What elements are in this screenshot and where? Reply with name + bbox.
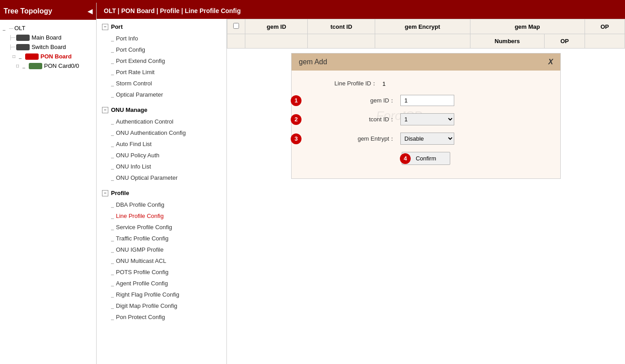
tree-icon-main-board (16, 35, 30, 41)
nav-item-pon-protect-config[interactable]: ⎯ Pon Protect Config (97, 311, 226, 323)
nav-section-onu-manage: – ONU Manage ⎯ Authentication Control ⎯ … (97, 102, 226, 185)
nav-bullet-pots-profile-config: ⎯ (111, 270, 114, 275)
nav-item-storm-control[interactable]: ⎯ Storm Control (97, 78, 226, 89)
table-header-gem-id: gem ID (245, 19, 308, 34)
nav-item-label-dba-profile-config: DBA Profile Config (116, 201, 164, 208)
nav-item-line-profile-config[interactable]: ⎯ Line Profile Config (97, 210, 226, 222)
nav-bullet-onu-auth-config: ⎯ (111, 130, 114, 136)
nav-section-header-port[interactable]: – Port (97, 21, 226, 33)
select-all-checkbox[interactable] (233, 23, 239, 29)
nav-item-label-traffic-profile-config: Traffic Profile Config (116, 235, 168, 242)
nav-item-auth-control[interactable]: ⎯ Authentication Control (97, 116, 226, 127)
nav-bullet-storm-control: ⎯ (111, 81, 114, 86)
table-header-tcont-id: tcont ID (308, 19, 375, 34)
nav-item-dba-profile-config[interactable]: ⎯ DBA Profile Config (97, 199, 226, 210)
breadcrumb: OLT | PON Board | Profile | Line Profile… (97, 3, 625, 19)
form-row-gem-encrypt: 3 gem Entrypt： Disable Enable (305, 133, 547, 145)
nav-item-label-storm-control: Storm Control (116, 80, 152, 87)
nav-item-auto-find-list[interactable]: ⎯ Auto Find List (97, 138, 226, 150)
tree-icon-pon-card (29, 63, 42, 69)
tree-line-olt: — (9, 26, 13, 31)
form-row-tcont-id: 2 tcont ID： 1 (305, 113, 547, 125)
tree-label-olt: OLT (14, 25, 25, 31)
nav-bullet-traffic-profile-config: ⎯ (111, 236, 114, 241)
gem-encrypt-select[interactable]: Disable Enable (400, 133, 454, 145)
nav-section-header-profile[interactable]: – Profile (97, 187, 226, 199)
nav-item-digit-map-profile-config[interactable]: ⎯ Digit Map Profile Config (97, 300, 226, 311)
table-header-op: OP (585, 19, 625, 34)
checkbox-icon-pon-board: □ (13, 54, 18, 59)
form-row-gem-id: 1 gem ID： (305, 95, 547, 106)
expand-icon-pon-card: ⎯ (22, 63, 28, 68)
nav-item-label-line-profile-config: Line Profile Config (116, 213, 164, 219)
sidebar-collapse-btn[interactable]: ◀ (88, 8, 93, 15)
nav-item-port-rate-limit[interactable]: ⎯ Port Rate Limit (97, 67, 226, 78)
data-table: gem ID tcont ID gem Encrypt gem Map OP N… (227, 19, 625, 49)
step-badge-4: 4 (400, 153, 411, 164)
nav-item-agent-profile-config[interactable]: ⎯ Agent Profile Config (97, 278, 226, 289)
nav-item-label-port-config: Port Config (116, 46, 145, 53)
line-profile-id-label: Line Profile ID： (305, 80, 377, 88)
tree-line-switch-board: ├─ (9, 44, 15, 49)
expand-box-port: – (102, 24, 108, 30)
tree-container: ⎯ — OLT ├─ Main Board ├─ Switch Board □ … (0, 20, 96, 74)
nav-bullet-dba-profile-config: ⎯ (111, 202, 114, 208)
nav-item-onu-info-list[interactable]: ⎯ ONU Info List (97, 161, 226, 172)
tree-label-switch-board: Switch Board (31, 44, 66, 50)
tree-label-pon-card: PON Card0/0 (44, 62, 79, 69)
nav-item-pots-profile-config[interactable]: ⎯ POTS Profile Config (97, 266, 226, 278)
expand-icon-pon-board: ⎯ (19, 54, 24, 59)
table-area: gem ID tcont ID gem Encrypt gem Map OP N… (227, 19, 625, 364)
table-subheader-gem-id (245, 34, 308, 49)
gem-dialog-header: gem Add X (292, 53, 560, 71)
tree-item-olt[interactable]: ⎯ — OLT (2, 23, 94, 33)
nav-item-label-auto-find-list: Auto Find List (116, 141, 152, 147)
tree-icon-pon-board (25, 53, 39, 60)
nav-bullet-auto-find-list: ⎯ (111, 142, 114, 147)
nav-bullet-onu-multicast-acl: ⎯ (111, 258, 114, 264)
expand-box-profile: – (102, 190, 108, 196)
sidebar-header: Tree Topology ◀ (0, 3, 96, 20)
nav-section-port: – Port ⎯ Port Info ⎯ Port Config ⎯ Port … (97, 19, 226, 102)
form-row-line-profile-id: Line Profile ID： 1 (305, 80, 547, 88)
nav-bullet-pon-protect-config: ⎯ (111, 315, 114, 320)
nav-item-onu-policy-auth[interactable]: ⎯ ONU Policy Auth (97, 150, 226, 161)
nav-item-right-flag-profile-config[interactable]: ⎯ Right Flag Profile Config (97, 289, 226, 300)
nav-item-onu-igmp-profile[interactable]: ⎯ ONU IGMP Profile (97, 244, 226, 255)
nav-section-label-port: Port (111, 23, 123, 30)
nav-item-label-onu-igmp-profile: ONU IGMP Profile (116, 246, 164, 253)
gem-dialog-close-btn[interactable]: X (548, 58, 553, 66)
tree-item-main-board[interactable]: ├─ Main Board (2, 33, 94, 42)
nav-bullet-right-flag-profile-config: ⎯ (111, 292, 114, 297)
step-badge-1: 1 (291, 95, 301, 106)
gem-encrypt-label: gem Entrypt： (323, 135, 395, 143)
step-badge-2: 2 (291, 114, 301, 125)
nav-item-label-digit-map-profile-config: Digit Map Profile Config (116, 302, 177, 309)
tree-item-pon-card[interactable]: □ ⎯ PON Card0/0 (2, 61, 94, 71)
tree-item-switch-board[interactable]: ├─ Switch Board (2, 42, 94, 52)
tree-item-pon-board[interactable]: □ ⎯ PON Board (2, 52, 94, 61)
nav-item-service-profile-config[interactable]: ⎯ Service Profile Config (97, 222, 226, 233)
gem-dialog-body: ForoISP Line Profile ID： 1 1 gem ID： (292, 71, 560, 178)
tcont-id-select[interactable]: 1 (400, 113, 454, 125)
nav-item-port-info[interactable]: ⎯ Port Info (97, 33, 226, 44)
nav-bullet-optical-parameter: ⎯ (111, 92, 114, 98)
nav-section-header-onu-manage[interactable]: – ONU Manage (97, 104, 226, 116)
gem-id-input[interactable] (400, 95, 454, 106)
nav-bullet-port-extend-config: ⎯ (111, 58, 114, 64)
nav-item-optical-parameter[interactable]: ⎯ Optical Parameter (97, 89, 226, 100)
nav-item-port-extend-config[interactable]: ⎯ Port Extend Config (97, 55, 226, 67)
nav-item-onu-auth-config[interactable]: ⎯ ONU Authentication Config (97, 127, 226, 138)
nav-item-traffic-profile-config[interactable]: ⎯ Traffic Profile Config (97, 233, 226, 244)
nav-item-label-onu-optical-param: ONU Optical Parameter (116, 174, 177, 181)
confirm-row: 4 Confirm (305, 152, 547, 165)
tcont-id-label: tcont ID： (323, 115, 395, 124)
nav-section-label-profile: Profile (111, 190, 129, 196)
nav-item-onu-optical-param[interactable]: ⎯ ONU Optical Parameter (97, 172, 226, 183)
nav-item-label-pon-protect-config: Pon Protect Config (116, 314, 165, 320)
table-header-gem-map: gem Map (470, 19, 585, 34)
nav-item-port-config[interactable]: ⎯ Port Config (97, 44, 226, 55)
nav-item-onu-multicast-acl[interactable]: ⎯ ONU Multicast ACL (97, 255, 226, 266)
table-header-row: gem ID tcont ID gem Encrypt gem Map OP (227, 19, 625, 34)
tree-label-pon-board: PON Board (40, 53, 71, 60)
